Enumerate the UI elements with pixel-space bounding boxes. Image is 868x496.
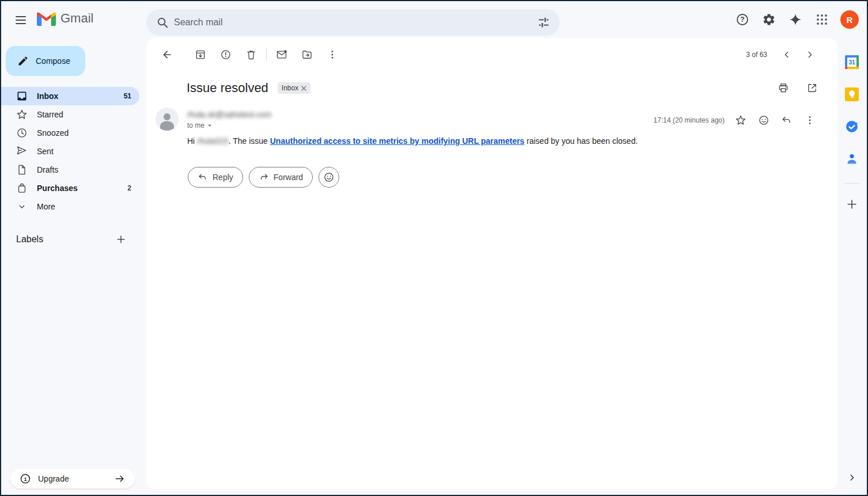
show-details-button[interactable]: to me: [187, 121, 214, 129]
tasks-icon: [845, 120, 859, 133]
google-apps-button[interactable]: [810, 8, 833, 31]
timestamp: 17:14 (20 minutes ago): [654, 116, 725, 124]
forward-button[interactable]: Forward: [249, 167, 313, 188]
settings-button[interactable]: [757, 8, 780, 31]
companion-sidebar: 31: [837, 38, 867, 495]
left-sidebar: Compose Inbox 51 Starred S: [1, 38, 146, 495]
open-in-new-icon: [806, 82, 818, 94]
message-more-button[interactable]: [798, 109, 821, 132]
upgrade-label: Upgrade: [38, 474, 69, 483]
reply-button[interactable]: Reply: [188, 167, 243, 188]
delete-button[interactable]: [238, 43, 264, 66]
open-in-new-button[interactable]: [801, 77, 824, 100]
email-toolbar: [146, 43, 837, 66]
sidebar-item-label: Snoozed: [37, 128, 69, 138]
body-prefix: Hi: [187, 136, 197, 146]
subject-row: Issue resolved Inbox: [187, 79, 824, 97]
labels-header: Labels: [16, 234, 43, 245]
back-button[interactable]: [156, 43, 179, 66]
star-message-button[interactable]: [729, 109, 752, 132]
gmail-app: Gmail ?: [0, 0, 868, 496]
sidebar-item-inbox[interactable]: Inbox 51: [1, 87, 139, 105]
chevron-right-icon: [805, 49, 815, 60]
sidebar-item-label: Purchases: [37, 184, 78, 193]
plus-icon: [846, 198, 858, 211]
reply-arrow-icon: [781, 115, 793, 126]
print-button[interactable]: [772, 77, 795, 100]
create-label-button[interactable]: [112, 230, 130, 249]
more-actions-button[interactable]: [320, 43, 345, 66]
search-bar: [146, 9, 560, 36]
search-button[interactable]: [151, 11, 174, 34]
mail-unread-icon: [276, 49, 287, 60]
clock-icon: [16, 127, 28, 139]
email-body: Hi rhula315. The issue Unauthorized acce…: [187, 135, 814, 147]
older-button[interactable]: [798, 43, 821, 66]
body-name-redacted: rhula315: [197, 136, 229, 146]
send-icon: [16, 146, 28, 157]
reply-label: Reply: [213, 173, 233, 182]
draft-icon: [16, 164, 28, 175]
compose-label: Compose: [36, 56, 70, 66]
forward-arrow-icon: [259, 172, 269, 182]
get-addons-button[interactable]: [840, 193, 863, 216]
add-reaction-button[interactable]: [752, 109, 775, 132]
add-reaction-button[interactable]: [319, 167, 339, 188]
search-filters-button[interactable]: [532, 11, 555, 34]
sidebar-item-drafts[interactable]: Drafts: [1, 161, 139, 179]
sidebar-item-label: Starred: [37, 110, 63, 119]
inbox-label-chip[interactable]: Inbox: [278, 82, 310, 94]
sender-row: rhula.sk@sahotest.com to me 17:14 (20 mi…: [156, 108, 821, 133]
tune-icon: [537, 16, 550, 29]
sender-avatar[interactable]: [156, 108, 179, 131]
search-input[interactable]: [174, 17, 532, 28]
keep-icon: [845, 87, 859, 101]
sidebar-item-more[interactable]: More: [1, 197, 139, 216]
main-menu-button[interactable]: [9, 9, 32, 32]
hide-side-panel-button[interactable]: [840, 466, 863, 489]
recipient-label: to me: [187, 121, 204, 129]
companion-divider: [844, 183, 859, 184]
issue-link[interactable]: Unauthorized access to site metrics by m…: [270, 136, 525, 146]
move-to-button[interactable]: [294, 43, 320, 66]
account-avatar[interactable]: R: [840, 10, 859, 29]
sidebar-item-snoozed[interactable]: Snoozed: [1, 124, 139, 142]
sidebar-item-label: Drafts: [37, 165, 58, 174]
reply-icon-button[interactable]: [775, 109, 798, 132]
contacts-icon: [845, 152, 859, 166]
remove-label-button[interactable]: [301, 86, 306, 91]
report-spam-button[interactable]: [213, 43, 238, 66]
tasks-panel-button[interactable]: [840, 115, 863, 138]
contacts-panel-button[interactable]: [840, 147, 863, 170]
sidebar-nav: Inbox 51 Starred Snoozed: [1, 87, 139, 216]
mark-unread-button[interactable]: [269, 43, 294, 66]
sender-email-redacted: rhula.sk@sahotest.com: [187, 110, 272, 119]
help-icon: ?: [736, 13, 749, 26]
sidebar-item-purchases[interactable]: Purchases 2: [1, 179, 139, 197]
apps-grid-icon: [815, 13, 829, 26]
sidebar-item-label: Sent: [37, 147, 54, 156]
sidebar-item-label: More: [37, 202, 55, 211]
shopping-bag-icon: [16, 182, 28, 194]
newer-button[interactable]: [775, 43, 798, 66]
sender-info: rhula.sk@sahotest.com to me: [187, 108, 272, 133]
gmail-logo: Gmail: [37, 11, 93, 26]
calendar-panel-button[interactable]: 31: [840, 51, 863, 74]
compose-button[interactable]: Compose: [6, 46, 85, 76]
pagination-text: 3 of 63: [746, 51, 767, 59]
sidebar-item-sent[interactable]: Sent: [1, 142, 139, 161]
gmail-wordmark: Gmail: [60, 11, 93, 26]
gemini-button[interactable]: [784, 8, 807, 31]
support-button[interactable]: ?: [731, 8, 754, 31]
inbox-icon: [16, 90, 28, 102]
archive-button[interactable]: [188, 43, 213, 66]
one-circle-icon: 1: [20, 473, 31, 484]
chip-label: Inbox: [282, 84, 298, 92]
sidebar-item-starred[interactable]: Starred: [1, 105, 139, 124]
star-icon: [16, 109, 28, 120]
keep-panel-button[interactable]: [840, 83, 863, 106]
printer-icon: [778, 82, 789, 94]
upgrade-button[interactable]: 1 Upgrade: [10, 469, 135, 489]
body-suffix: raised by you has been closed.: [524, 136, 638, 146]
reply-arrow-icon: [198, 172, 208, 182]
